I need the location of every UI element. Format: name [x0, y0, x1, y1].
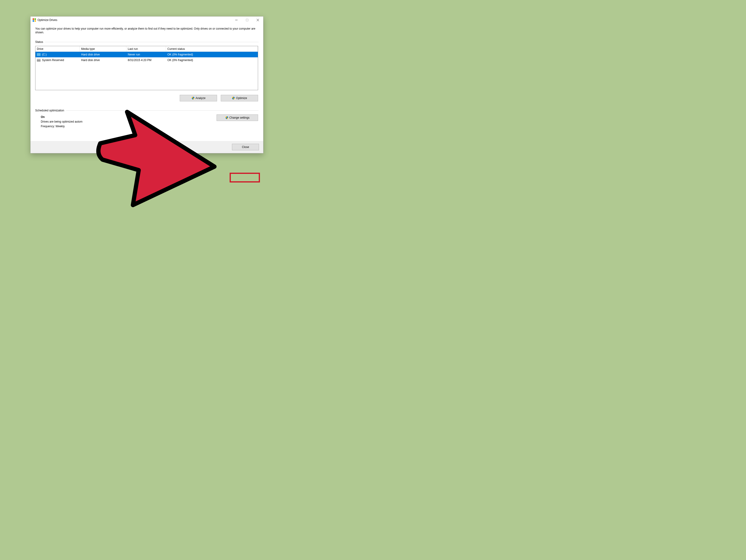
drives-list[interactable]: Drive Media type Last run Current status… [35, 46, 258, 90]
svg-rect-3 [34, 20, 36, 22]
annotation-highlight-close [230, 173, 260, 182]
drive-sysres-icon [37, 59, 40, 61]
analyze-button[interactable]: Analyze [180, 95, 217, 101]
schedule-desc: Drives are being optimized autom [41, 120, 217, 123]
col-last[interactable]: Last run [126, 46, 166, 52]
maximize-button[interactable] [242, 17, 253, 24]
schedule-info: On Drives are being optimized autom Freq… [35, 114, 217, 129]
drives-list-header[interactable]: Drive Media type Last run Current status [35, 46, 258, 52]
drive-name: System Reserved [42, 58, 64, 62]
svg-rect-5 [246, 19, 248, 21]
window-title: Optimize Drives [37, 19, 57, 22]
schedule-on: On [41, 115, 217, 119]
last-run: Never run [126, 52, 166, 57]
svg-rect-2 [33, 20, 34, 22]
schedule-frequency: Frequency: Weekly [41, 125, 217, 128]
svg-rect-1 [34, 19, 36, 20]
description-text: You can optimize your drives to help you… [35, 27, 259, 34]
schedule-section-header: Scheduled optimization [35, 109, 259, 112]
status-section-header: Status [35, 40, 259, 43]
minimize-button[interactable] [231, 17, 242, 24]
window-controls [231, 17, 263, 24]
drive-row-system-reserved[interactable]: System Reserved Hard disk drive 8/31/201… [35, 57, 258, 63]
current-status: OK (0% fragmented) [166, 57, 258, 63]
dialog-footer: Close [31, 141, 263, 153]
svg-rect-0 [33, 19, 34, 20]
media-type: Hard disk drive [80, 57, 126, 63]
drive-name: (C:) [42, 53, 47, 56]
col-media[interactable]: Media type [80, 46, 126, 52]
schedule-label: Scheduled optimization [35, 109, 66, 112]
close-window-button[interactable] [253, 17, 263, 24]
current-status: OK (0% fragmented) [166, 52, 258, 57]
optimize-label: Optimize [236, 96, 247, 100]
analyze-label: Analyze [196, 96, 206, 100]
optimize-drives-window: Optimize Drives You can optimize your dr… [30, 16, 263, 153]
content-area: You can optimize your drives to help you… [31, 24, 263, 129]
uac-shield-icon [192, 96, 195, 100]
close-button[interactable]: Close [232, 144, 259, 150]
schedule-row: On Drives are being optimized autom Freq… [35, 114, 259, 129]
drive-c-icon [37, 53, 40, 56]
change-settings-label: Change settings [229, 116, 250, 119]
drive-row-c[interactable]: (C:) Hard disk drive Never run OK (0% fr… [35, 52, 258, 57]
divider [45, 42, 259, 42]
close-label: Close [242, 145, 249, 149]
drive-action-buttons: Analyze Optimize [35, 95, 259, 101]
uac-shield-icon [225, 116, 228, 119]
last-run: 8/31/2015 4:20 PM [126, 57, 166, 63]
defrag-app-icon [32, 18, 36, 22]
titlebar[interactable]: Optimize Drives [31, 17, 263, 24]
media-type: Hard disk drive [80, 52, 126, 57]
change-settings-button[interactable]: Change settings [217, 114, 258, 121]
col-status[interactable]: Current status [166, 46, 258, 52]
uac-shield-icon [232, 96, 235, 100]
status-label: Status [35, 40, 45, 43]
col-drive[interactable]: Drive [35, 46, 80, 52]
optimize-button[interactable]: Optimize [221, 95, 258, 101]
